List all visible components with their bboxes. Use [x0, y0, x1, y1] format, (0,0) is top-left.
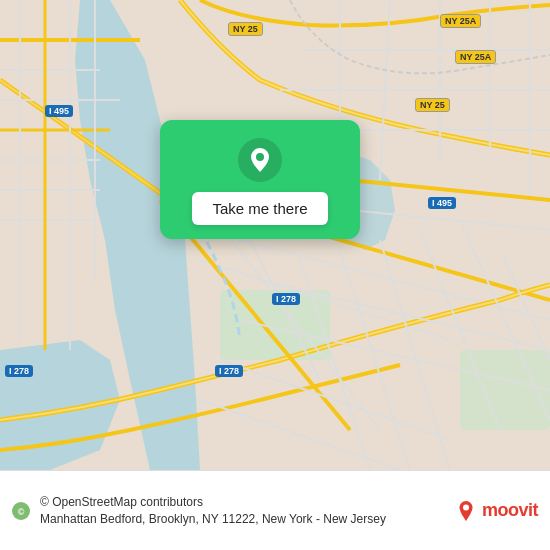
road-badge-ny25-mid: NY 25 [415, 98, 450, 112]
bottom-bar: © © OpenStreetMap contributors Manhattan… [0, 470, 550, 550]
svg-point-46 [463, 504, 469, 510]
openstreetmap-logo: © [12, 502, 30, 520]
road-badge-i495-left: I 495 [45, 105, 73, 117]
attribution-location-text: © OpenStreetMap contributors Manhattan B… [40, 494, 444, 528]
moovit-pin-icon [454, 499, 478, 523]
road-badge-i278-bottom: I 278 [215, 365, 243, 377]
map-container: I 495 NY 25 NY 25A NY 25A NY 25 I 495 I … [0, 0, 550, 470]
road-badge-ny25a-2: NY 25A [455, 50, 496, 64]
take-me-there-button[interactable]: Take me there [192, 192, 327, 225]
svg-point-43 [256, 153, 264, 161]
location-card: Take me there [160, 120, 360, 239]
svg-text:©: © [18, 507, 25, 517]
road-badge-ny25a-right: NY 25A [440, 14, 481, 28]
location-text: Manhattan Bedford, Brooklyn, NY 11222, N… [40, 512, 386, 526]
road-badge-i278-left: I 278 [5, 365, 33, 377]
road-badge-i495-right: I 495 [428, 197, 456, 209]
road-badge-i278-center: I 278 [272, 293, 300, 305]
moovit-logo: moovit [454, 499, 538, 523]
moovit-brand-text: moovit [482, 500, 538, 521]
road-badge-ny25-top: NY 25 [228, 22, 263, 36]
attribution-text: © OpenStreetMap contributors [40, 495, 203, 509]
location-pin-icon [238, 138, 282, 182]
